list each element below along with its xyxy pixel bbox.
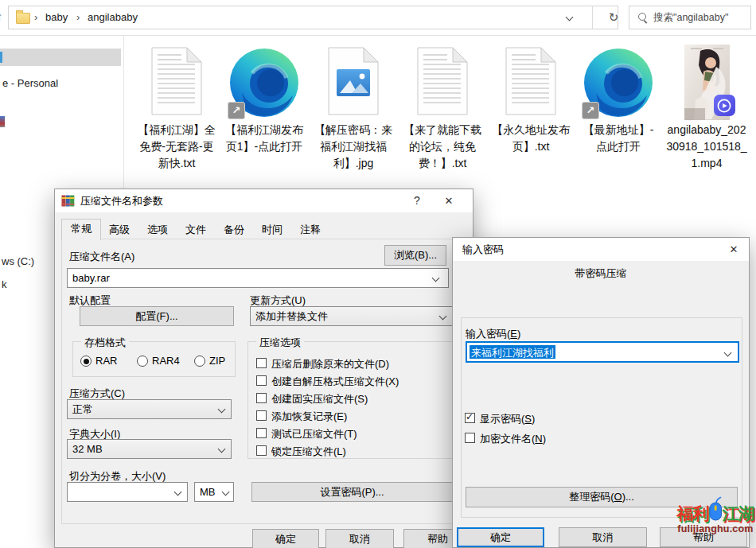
enter-password-label: 输入密码(E) <box>466 327 520 341</box>
play-icon <box>714 95 735 116</box>
tab-backup[interactable]: 备份 <box>216 220 252 239</box>
winrar-app-icon <box>61 194 75 211</box>
radio-rar4-label: RAR4 <box>152 355 180 367</box>
mouse-icon <box>709 496 723 525</box>
checkbox-icon[interactable] <box>256 445 267 456</box>
image-file-icon <box>328 47 379 119</box>
close-icon[interactable]: ✕ <box>435 189 462 212</box>
text-file-icon <box>417 47 468 119</box>
explorer-window: ↑ › baby › angilababy ↻ 搜索"angilababy" e… <box>0 0 756 548</box>
close-icon[interactable]: ✕ <box>720 238 747 261</box>
checkbox-icon[interactable] <box>256 358 267 368</box>
sidebar-selected-item[interactable] <box>0 49 121 66</box>
option-lock[interactable]: 锁定压缩文件(L) <box>256 445 447 457</box>
file-name: 【最新地址】-点此打开 <box>578 122 659 155</box>
set-password-button[interactable]: 设置密码(P)... <box>251 482 453 502</box>
checkbox-icon[interactable] <box>465 433 475 443</box>
option-sfx[interactable]: 创建自解压格式压缩文件(X) <box>256 375 447 387</box>
checkbox-icon[interactable] <box>256 428 267 438</box>
refresh-icon[interactable]: ↻ <box>602 6 625 29</box>
breadcrumb-item-angilababy[interactable]: angilababy <box>88 6 138 29</box>
password-dialog-title: 输入密码 <box>462 238 504 261</box>
file-name: 【解压密码：来福利江湖找福利】.jpg <box>313 122 394 172</box>
radio-rar-label: RAR <box>95 355 117 367</box>
folder-icon <box>16 13 30 24</box>
breadcrumb-separator: › <box>34 6 37 29</box>
chevron-down-icon[interactable] <box>724 349 732 357</box>
help-icon[interactable]: ? <box>407 189 427 212</box>
file-item[interactable]: 【永久地址发布页】.txt <box>486 44 575 155</box>
update-mode-select[interactable]: 添加并替换文件 <box>250 306 453 326</box>
split-size-combobox[interactable] <box>67 482 188 502</box>
profiles-button[interactable]: 配置(F)... <box>80 306 234 326</box>
file-name: 【来了就能下载的论坛，纯免费！】.txt <box>402 122 483 172</box>
address-divider <box>592 6 593 29</box>
option-solid[interactable]: 创建固实压缩文件(S) <box>256 392 447 405</box>
sidebar-item-fragment[interactable]: k <box>2 278 7 290</box>
compression-options-group: 压缩选项 压缩后删除原来的文件(D) 创建自解压格式压缩文件(X) 创建固实压缩… <box>247 341 453 459</box>
file-item[interactable]: ↗ 【福利江湖发布页1】-点此打开 <box>220 44 309 155</box>
checkbox-icon[interactable] <box>465 413 475 423</box>
radio-zip-label: ZIP <box>209 355 225 367</box>
file-item[interactable]: angilababy_20230918_101518_1.mp4 <box>662 44 751 172</box>
encrypt-filenames-checkbox[interactable]: 加密文件名(N) <box>465 432 624 445</box>
archive-format-group-label: 存档格式 <box>81 336 129 350</box>
winrar-dialog: 压缩文件名和参数 ? ✕ 常规 高级 选项 文件 备份 时间 注释 压缩文件名(… <box>54 188 473 548</box>
winrar-cancel-button[interactable]: 取消 <box>325 529 394 548</box>
tab-time[interactable]: 时间 <box>254 220 290 239</box>
split-unit-select[interactable]: MB <box>194 482 234 502</box>
password-cancel-button[interactable]: 取消 <box>559 527 647 547</box>
file-item[interactable]: 【福利江湖】全免费-无套路-更新快.txt <box>132 44 221 172</box>
dictionary-select[interactable]: 32 MB <box>67 439 232 459</box>
chevron-down-icon <box>218 445 226 453</box>
tab-comment[interactable]: 注释 <box>292 220 329 239</box>
watermark: 福利 江湖 fulijianghu.com <box>676 498 755 534</box>
tab-general[interactable]: 常规 <box>61 219 101 240</box>
archive-name-label: 压缩文件名(A) <box>69 250 134 264</box>
radio-zip[interactable] <box>194 356 205 367</box>
chevron-down-icon <box>432 274 440 282</box>
tab-options[interactable]: 选项 <box>139 220 176 239</box>
chevron-down-icon <box>439 313 447 321</box>
tab-files[interactable]: 文件 <box>177 220 214 239</box>
search-box[interactable]: 搜索"angilababy" <box>629 6 751 29</box>
file-item[interactable]: 【解压密码：来福利江湖找福利】.jpg <box>309 44 398 172</box>
checkbox-icon[interactable] <box>256 375 267 386</box>
archive-format-group: 存档格式 RAR RAR4 ZIP <box>72 341 236 377</box>
file-item[interactable]: ↗ 【最新地址】-点此打开 <box>574 44 663 155</box>
breadcrumb-item-baby[interactable]: baby <box>45 6 68 29</box>
watermark-text-right: 江湖 <box>723 503 754 525</box>
archive-name-combobox[interactable]: baby.rar <box>67 268 449 288</box>
address-bar[interactable]: › baby › angilababy ↻ <box>8 6 618 29</box>
winrar-titlebar[interactable]: 压缩文件名和参数 ? ✕ <box>55 189 473 212</box>
tab-advanced[interactable]: 高级 <box>101 220 138 239</box>
option-test[interactable]: 测试已压缩文件(T) <box>256 427 447 440</box>
password-ok-button[interactable]: 确定 <box>457 527 544 547</box>
password-input[interactable]: 来福利江湖找福利 <box>466 341 739 363</box>
radio-rar4[interactable] <box>137 356 148 367</box>
option-recovery[interactable]: 添加恢复记录(E) <box>256 410 447 422</box>
password-titlebar[interactable]: 输入密码 ✕ <box>453 238 749 261</box>
explorer-toolbar: ↑ › baby › angilababy ↻ 搜索"angilababy" <box>0 0 756 36</box>
option-delete-files[interactable]: 压缩后删除原来的文件(D) <box>256 357 447 370</box>
checkbox-icon[interactable] <box>256 410 267 421</box>
address-history-chevron-icon[interactable] <box>566 14 574 21</box>
method-select[interactable]: 正常 <box>67 399 232 419</box>
search-input-text[interactable]: 搜索"angilababy" <box>653 6 728 29</box>
radio-rar[interactable] <box>80 356 92 367</box>
sidebar-item-onedrive[interactable]: e - Personal <box>2 77 58 89</box>
file-item[interactable]: 【来了就能下载的论坛，纯免费！】.txt <box>398 44 487 172</box>
sidebar-divider <box>123 36 124 188</box>
nav-up-icon[interactable]: ↑ <box>0 10 3 25</box>
edge-browser-icon: ↗ <box>583 48 653 118</box>
sidebar-item-windows-c[interactable]: ws (C:) <box>2 255 34 267</box>
winrar-ok-button[interactable]: 确定 <box>252 529 319 548</box>
shortcut-arrow-icon: ↗ <box>228 102 245 119</box>
file-name: 【永久地址发布页】.txt <box>490 122 571 155</box>
text-file-icon <box>505 47 556 119</box>
show-password-checkbox[interactable]: 显示密码(S) <box>465 412 624 425</box>
browse-button[interactable]: 浏览(B)... <box>384 245 446 266</box>
chevron-down-icon <box>174 488 182 496</box>
file-name: angilababy_20230918_101518_1.mp4 <box>666 122 747 172</box>
checkbox-icon[interactable] <box>256 393 267 403</box>
